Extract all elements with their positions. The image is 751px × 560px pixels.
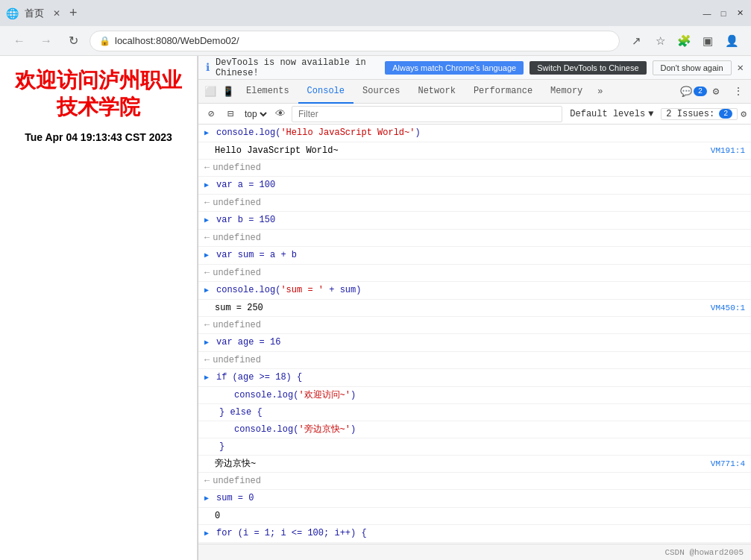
console-line: ▶ var b = 150 <box>198 212 751 230</box>
dont-show-btn[interactable]: Don't show again <box>653 60 732 75</box>
context-selector[interactable]: top <box>242 108 269 120</box>
undefined-line: ← undefined <box>198 352 751 369</box>
clear-console-btn[interactable]: ⊘ <box>203 106 219 122</box>
minimize-btn[interactable]: — <box>702 8 712 19</box>
expand-icon[interactable]: ▶ <box>204 336 215 350</box>
address-bar[interactable]: 🔒 localhost:8080/WebDemo02/ <box>89 31 620 51</box>
browser-frame: 🌐 首页 ✕ + — □ ✕ ← → ↻ 🔒 localhost:8080/We… <box>0 0 751 560</box>
default-levels-dropdown[interactable]: Default levels ▼ <box>565 109 658 119</box>
filter-toggle-btn[interactable]: ⊟ <box>222 106 239 122</box>
console-line: console.log('欢迎访问~') <box>198 387 751 404</box>
console-settings-btn[interactable]: ⚙ <box>741 108 747 120</box>
vm-link[interactable]: VM191:1 <box>711 144 745 157</box>
bookmark-icon[interactable]: ☆ <box>650 31 670 51</box>
issues-btn[interactable]: 2 Issues: 2 <box>661 108 738 120</box>
notif-info-icon: ℹ <box>206 61 210 74</box>
console-line: ▶ sum = 0 <box>198 490 751 508</box>
tab-memory[interactable]: Memory <box>541 80 591 104</box>
webpage: 欢迎访问泸州职业技术学院 Tue Apr 04 19:13:43 CST 202… <box>0 56 198 560</box>
notif-text: DevTools is now available in Chinese! <box>216 57 379 78</box>
new-tab-btn[interactable]: + <box>69 5 78 21</box>
console-line: } <box>198 438 751 456</box>
devtools-notification: ℹ DevTools is now available in Chinese! … <box>198 56 751 80</box>
main-area: 欢迎访问泸州职业技术学院 Tue Apr 04 19:13:43 CST 202… <box>0 56 751 560</box>
console-line: console.log('旁边京快~') <box>198 421 751 438</box>
devtools-panel: ℹ DevTools is now available in Chinese! … <box>198 56 751 560</box>
page-title: 欢迎访问泸州职业技术学院 <box>15 67 182 122</box>
more-options-btn[interactable]: ⋮ <box>729 82 748 101</box>
expand-icon[interactable]: ▶ <box>204 284 215 298</box>
chat-icon[interactable]: 💬2 <box>684 82 703 101</box>
maximize-btn[interactable]: □ <box>718 8 729 19</box>
expand-icon[interactable]: ▶ <box>204 179 215 192</box>
tab-label: 首页 <box>25 7 44 20</box>
page-date: Tue Apr 04 19:13:43 CST 2023 <box>15 130 182 145</box>
watermark-text: CSDN @howard2005 <box>664 548 744 557</box>
devtools-mobile-icon[interactable]: 📱 <box>219 86 237 98</box>
nav-actions: ↗ ☆ 🧩 ▣ 👤 <box>626 31 742 51</box>
nav-bar: ← → ↻ 🔒 localhost:8080/WebDemo02/ ↗ ☆ 🧩 … <box>0 26 751 56</box>
filter-input[interactable] <box>292 106 562 122</box>
tab-console[interactable]: Console <box>298 80 353 104</box>
console-line: ▶ var age = 16 <box>198 334 751 352</box>
title-bar: 🌐 首页 ✕ + — □ ✕ <box>0 0 751 26</box>
expand-icon[interactable]: ▶ <box>204 371 215 385</box>
tab-favicon: 🌐 <box>6 7 19 19</box>
profile-icon[interactable]: 👤 <box>721 31 742 51</box>
console-output-line: Hello JavaScript World~ VM191:1 <box>198 142 751 160</box>
undefined-line: ← undefined <box>198 160 751 177</box>
bottom-bar: CSDN @howard2005 <box>198 544 751 560</box>
expand-icon[interactable]: ▶ <box>204 127 215 140</box>
console-output-line: sum = 250 VM450:1 <box>198 300 751 317</box>
console-toolbar: ⊘ ⊟ top 👁 Default levels ▼ 2 Issues: 2 ⚙ <box>198 104 751 125</box>
forward-btn[interactable]: → <box>36 31 57 51</box>
match-language-btn[interactable]: Always match Chrome's language <box>385 61 524 75</box>
devtools-inspector-icon[interactable]: ⬜ <box>201 86 219 98</box>
undefined-line: ← undefined <box>198 317 751 334</box>
expand-icon[interactable]: ▶ <box>204 214 215 227</box>
undefined-line: ← undefined <box>198 473 751 490</box>
undefined-line: ← undefined <box>198 265 751 282</box>
tab-sources[interactable]: Sources <box>353 80 409 104</box>
switch-language-btn[interactable]: Switch DevTools to Chinese <box>530 61 646 75</box>
console-output-line: 0 <box>198 508 751 525</box>
close-btn[interactable]: ✕ <box>735 8 745 19</box>
settings-btn[interactable]: ⚙ <box>706 82 726 101</box>
expand-icon[interactable]: ▶ <box>204 249 215 262</box>
back-btn[interactable]: ← <box>9 31 30 51</box>
tab-elements[interactable]: Elements <box>237 80 298 104</box>
tab-network[interactable]: Network <box>409 80 464 104</box>
console-line: ▶ var a = 100 <box>198 177 751 195</box>
undefined-line: ← undefined <box>198 195 751 212</box>
console-line: ▶ for (i = 1; i <= 100; i++) { <box>198 525 751 543</box>
tab-close-btn[interactable]: ✕ <box>53 8 60 19</box>
console-line: } else { <box>198 404 751 421</box>
undefined-line: ← undefined <box>198 230 751 247</box>
console-line: ▶ if (age >= 18) { <box>198 369 751 387</box>
extensions-icon[interactable]: 🧩 <box>673 31 694 51</box>
console-output-line: 旁边京快~ VM771:4 <box>198 456 751 473</box>
secure-icon: 🔒 <box>99 36 110 46</box>
console-line: ▶ console.log('Hello JavaScript World~') <box>198 125 751 142</box>
vm-link[interactable]: VM450:1 <box>711 301 745 315</box>
share-icon[interactable]: ↗ <box>626 31 647 51</box>
tab-performance[interactable]: Performance <box>465 80 541 104</box>
sidebar-icon[interactable]: ▣ <box>697 31 718 51</box>
console-line: ▶ var sum = a + b <box>198 247 751 265</box>
reload-btn[interactable]: ↻ <box>63 31 84 51</box>
tab-more-btn[interactable]: » <box>591 86 609 97</box>
chat-badge: 2 <box>694 86 707 96</box>
expand-icon[interactable]: ▶ <box>204 492 215 506</box>
devtools-tab-icons: 💬2 ⚙ ⋮ <box>684 82 748 101</box>
expand-icon[interactable]: ▶ <box>204 527 215 541</box>
console-line: ▶ console.log('sum = ' + sum) <box>198 282 751 300</box>
notif-close-btn[interactable]: ✕ <box>738 61 744 74</box>
eye-icon[interactable]: 👁 <box>272 106 289 122</box>
url-text: localhost:8080/WebDemo02/ <box>115 35 239 46</box>
console-output[interactable]: ▶ console.log('Hello JavaScript World~')… <box>198 125 751 544</box>
devtools-tabs: ⬜ 📱 Elements Console Sources Network Per… <box>198 80 751 104</box>
vm-link[interactable]: VM771:4 <box>711 457 745 471</box>
